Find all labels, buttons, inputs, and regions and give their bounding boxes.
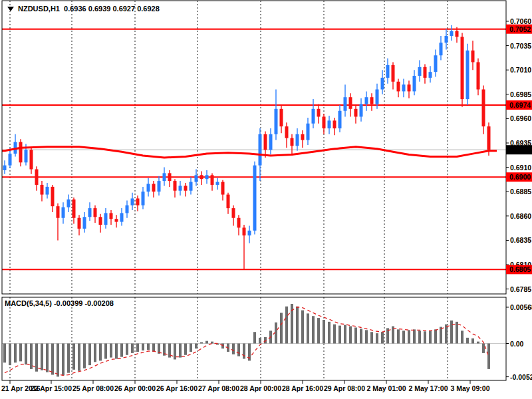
candle-body bbox=[434, 55, 438, 72]
macd-bar bbox=[200, 342, 203, 344]
candle-body bbox=[120, 213, 124, 221]
candle-body bbox=[94, 208, 97, 217]
candle-body bbox=[285, 126, 289, 138]
candle-body bbox=[237, 218, 241, 228]
macd-bar bbox=[397, 329, 400, 343]
macd-bar bbox=[429, 331, 432, 343]
macd-bar bbox=[195, 344, 198, 349]
macd-bar bbox=[51, 344, 54, 375]
candle-body bbox=[312, 109, 315, 124]
candle-body bbox=[184, 186, 188, 190]
candle-body bbox=[174, 181, 177, 191]
candle-body bbox=[3, 166, 7, 170]
candle-body bbox=[35, 170, 39, 185]
candle-body bbox=[424, 67, 427, 78]
macd-bar bbox=[434, 329, 437, 343]
symbol-marker-icon bbox=[7, 7, 14, 11]
time-tick-label: 2 May 01:00 bbox=[367, 384, 406, 392]
candle-body bbox=[99, 217, 102, 225]
candle-body bbox=[392, 65, 395, 82]
candle-body bbox=[78, 218, 81, 229]
macd-bar bbox=[450, 321, 453, 344]
macd-bar bbox=[413, 329, 416, 343]
candle-body bbox=[232, 208, 235, 218]
candle-body bbox=[429, 72, 432, 78]
candle-body bbox=[471, 51, 475, 63]
candle-body bbox=[333, 120, 336, 128]
candle-body bbox=[221, 182, 225, 195]
macd-bar bbox=[184, 344, 187, 355]
macd-bar bbox=[301, 311, 304, 344]
macd-bar bbox=[381, 332, 384, 343]
candle-body bbox=[386, 65, 390, 78]
candle-body bbox=[291, 138, 294, 146]
macd-bar bbox=[110, 344, 112, 358]
candle-body bbox=[328, 120, 331, 128]
price-tick-label: 0.7060 bbox=[510, 17, 531, 25]
macd-bar bbox=[115, 344, 118, 359]
time-tick-label: 28 Apr 16:00 bbox=[282, 384, 323, 392]
macd-bar bbox=[243, 344, 245, 359]
candle-body bbox=[136, 198, 140, 205]
macd-bar bbox=[354, 328, 357, 344]
candle-body bbox=[370, 97, 374, 104]
candle-body bbox=[264, 134, 267, 150]
macd-bar bbox=[30, 344, 33, 369]
macd-tick-label: 0.00 bbox=[510, 340, 524, 348]
macd-bar bbox=[323, 320, 325, 344]
macd-bar bbox=[205, 341, 208, 344]
macd-tick-label: 0.00568 bbox=[510, 303, 532, 311]
macd-bar bbox=[152, 344, 155, 352]
macd-bar bbox=[307, 313, 309, 343]
macd-bar bbox=[328, 322, 331, 344]
candle-body bbox=[179, 186, 182, 190]
candle-body bbox=[243, 227, 246, 235]
macd-bar bbox=[237, 344, 240, 356]
candle-body bbox=[126, 205, 129, 213]
macd-bar bbox=[253, 332, 256, 343]
candle-body bbox=[338, 111, 342, 128]
price-tick-label: 0.6860 bbox=[510, 212, 531, 220]
macd-bar bbox=[78, 344, 80, 371]
price-tick-label: 0.6785 bbox=[510, 285, 531, 293]
chart-canvas[interactable]: 0.70600.70350.70100.69850.69600.69350.69… bbox=[0, 0, 532, 399]
candle-body bbox=[365, 97, 368, 104]
candle-body bbox=[397, 82, 400, 92]
candle-body bbox=[110, 213, 113, 219]
macd-bar bbox=[88, 344, 91, 366]
candle-body bbox=[477, 62, 480, 89]
macd-bar bbox=[402, 331, 405, 343]
candle-body bbox=[456, 31, 459, 37]
macd-bar bbox=[211, 342, 213, 344]
time-tick-label: 25 Apr 08:00 bbox=[72, 384, 114, 392]
candle-body bbox=[280, 109, 283, 126]
candle-body bbox=[131, 198, 134, 205]
price-tick-label: 0.7035 bbox=[510, 42, 531, 50]
macd-bar bbox=[104, 344, 107, 359]
macd-bar bbox=[94, 344, 96, 362]
time-tick-label: 22 Apr 15:00 bbox=[31, 384, 72, 392]
macd-bar bbox=[259, 338, 261, 344]
macd-bar bbox=[471, 338, 474, 344]
candle-body bbox=[227, 195, 230, 208]
candle-body bbox=[450, 31, 454, 36]
candle-body bbox=[168, 173, 172, 181]
macd-bar bbox=[35, 344, 38, 372]
macd-bar bbox=[57, 344, 59, 377]
candle-body bbox=[317, 109, 321, 117]
candle-body bbox=[275, 109, 278, 134]
candle-body bbox=[408, 84, 411, 91]
price-label-text: 0.7052 bbox=[509, 25, 531, 33]
candle-body bbox=[487, 126, 491, 150]
candle-body bbox=[115, 219, 118, 221]
candle-body bbox=[51, 187, 55, 206]
macd-bar bbox=[67, 344, 70, 373]
macd-bar bbox=[3, 344, 6, 363]
macd-bar bbox=[9, 344, 11, 366]
macd-tick-label: -0.00522 bbox=[510, 373, 532, 381]
macd-bar bbox=[360, 329, 362, 343]
candle-body bbox=[349, 97, 352, 109]
candle-body bbox=[88, 208, 92, 217]
candle-body bbox=[381, 78, 384, 90]
title-row: NZDUSD,H1 0.6936 0.6939 0.6927 0.6928 bbox=[7, 5, 160, 13]
